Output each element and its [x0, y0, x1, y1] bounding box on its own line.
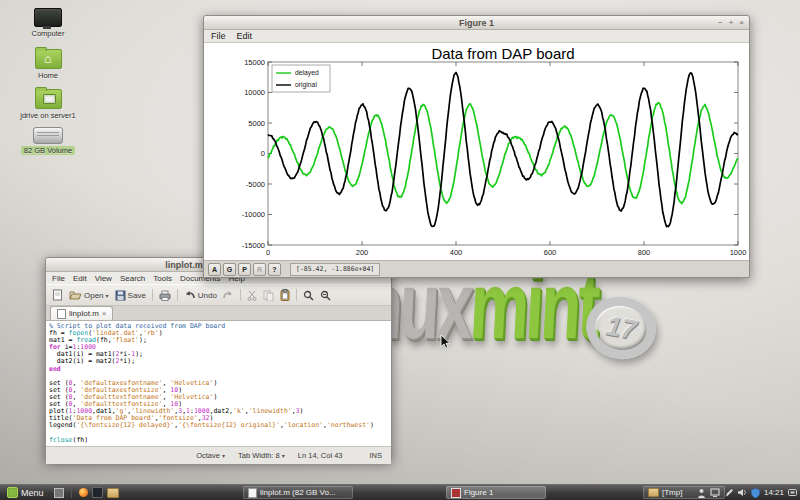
separator	[71, 488, 72, 498]
menu-view[interactable]: View	[95, 274, 112, 283]
x-tick-label: 0	[266, 248, 270, 257]
cut-button[interactable]	[247, 290, 257, 301]
desktop-icon-server[interactable]: jdrive on server1	[9, 86, 87, 120]
hard-drive-icon	[33, 127, 63, 144]
redo-button[interactable]	[223, 290, 234, 300]
y-tick-label: 0	[261, 149, 265, 158]
open-button[interactable]: Open ▾	[69, 290, 109, 301]
editor-statusbar: Octave ▾ Tab Width: 8 ▾ Ln 14, Col 43 IN…	[46, 446, 391, 464]
show-desktop-icon[interactable]	[54, 488, 64, 498]
menu-file[interactable]: File	[52, 274, 65, 283]
pan-button[interactable]: P	[238, 263, 251, 276]
user-applet-icon[interactable]	[697, 488, 706, 498]
browser-icon[interactable]	[79, 488, 88, 497]
terminal-icon[interactable]	[92, 487, 103, 498]
toolbar-separator	[240, 289, 241, 301]
notes-applet-icon[interactable]	[724, 488, 733, 498]
desktop: linuxmint 17 Computer Home jdrive on ser…	[0, 0, 800, 500]
toolbar-separator	[152, 289, 153, 301]
undo-icon	[184, 290, 196, 300]
file-manager-icon[interactable]	[107, 488, 119, 498]
save-button[interactable]: Save	[115, 290, 146, 301]
figure-titlebar[interactable]: Figure 1 − + ×	[204, 16, 749, 30]
x-tick-label: 1000	[730, 248, 747, 257]
y-tick-label: 15000	[244, 58, 265, 67]
quick-launch	[54, 487, 119, 498]
computer-icon	[34, 8, 62, 27]
figure-toolbar: A G P R ? [-85.42, -1.886e+04]	[204, 260, 749, 277]
menu-edit[interactable]: Edit	[73, 274, 87, 283]
desktop-icon-volume[interactable]: 82 GB Volume	[9, 124, 87, 155]
taskbar-window-figure[interactable]: Figure 1	[446, 486, 546, 499]
taskbar: Menu linplot.m (82 GB Vo... Figure 1 [Tm…	[0, 484, 800, 500]
x-tick-label: 400	[450, 248, 463, 257]
update-shield-icon[interactable]	[751, 488, 760, 498]
menu-tools[interactable]: Tools	[153, 274, 172, 283]
find-button[interactable]	[303, 290, 314, 301]
legend-label: delayed	[295, 69, 319, 77]
tab-width-selector[interactable]: Tab Width: 8 ▾	[238, 451, 285, 460]
y-tick-label: 5000	[248, 119, 265, 128]
clock[interactable]: 14:21	[764, 488, 784, 497]
cut-scissors-icon	[247, 290, 257, 301]
legend-label: original	[295, 81, 317, 89]
figure-window-title: Figure 1	[459, 18, 494, 28]
tab-linplot[interactable]: linplot.m ×	[50, 306, 113, 320]
autoscale-button[interactable]: A	[208, 263, 221, 276]
coordinates-readout: [-85.42, -1.886e+04]	[290, 263, 380, 276]
maximize-button[interactable]: +	[729, 18, 734, 27]
tab-label: linplot.m	[69, 309, 99, 318]
new-document-button[interactable]	[52, 289, 63, 301]
minimize-button[interactable]: −	[718, 18, 723, 27]
code-line	[49, 429, 391, 436]
code-line: end	[49, 366, 391, 373]
y-tick-label: -10000	[242, 210, 265, 219]
code-editor-area[interactable]: % Script to plot data received from DAP …	[46, 321, 391, 446]
document-icon	[57, 309, 66, 319]
plot-area[interactable]: 02004006008001000-15000-10000-5000050001…	[204, 43, 747, 260]
figure-icon	[451, 488, 461, 498]
help-button[interactable]: ?	[268, 263, 281, 276]
code-line: dat2(i) = mat2(2*i);	[49, 358, 391, 365]
menu-file[interactable]: File	[211, 31, 226, 41]
editor-window: linplot.m (82 GB Volume) File Edit View …	[45, 257, 392, 461]
close-button[interactable]: ×	[739, 18, 744, 27]
search-replace-icon	[320, 290, 331, 301]
menu-search[interactable]: Search	[120, 274, 145, 283]
mint-logo-icon	[7, 487, 18, 498]
language-selector[interactable]: Octave ▾	[196, 451, 225, 460]
display-applet-icon[interactable]	[710, 488, 720, 497]
editor-toolbar: Open ▾ Save Undo	[46, 284, 391, 306]
removable-media-icon[interactable]	[788, 488, 797, 497]
redo-icon	[223, 290, 234, 300]
x-tick-label: 800	[638, 248, 651, 257]
save-icon	[115, 290, 126, 301]
toolbar-separator	[177, 289, 178, 301]
x-tick-label: 200	[356, 248, 369, 257]
toolbar-separator	[296, 289, 297, 301]
menu-edit[interactable]: Edit	[237, 31, 253, 41]
tab-close-button[interactable]: ×	[102, 309, 107, 318]
replace-button[interactable]	[320, 290, 331, 301]
menu-button[interactable]: Menu	[3, 486, 48, 499]
grid-button[interactable]: G	[223, 263, 236, 276]
desktop-icon-home[interactable]: Home	[9, 46, 87, 80]
series-original	[268, 73, 738, 227]
figure-canvas: Data from DAP board 02004006008001000-15…	[204, 43, 749, 260]
open-dropdown-caret: ▾	[106, 292, 109, 299]
gedit-icon	[248, 488, 257, 498]
volume-icon[interactable]	[737, 488, 747, 497]
print-button[interactable]	[159, 290, 171, 301]
undo-button[interactable]: Undo	[184, 290, 217, 300]
desktop-icon-computer[interactable]: Computer	[9, 8, 87, 38]
paste-button[interactable]	[280, 289, 290, 301]
taskbar-window-editor[interactable]: linplot.m (82 GB Vo...	[243, 486, 353, 499]
search-icon	[303, 290, 314, 301]
rotate-button[interactable]: R	[253, 263, 266, 276]
wallpaper-version-number: 17	[604, 310, 639, 346]
x-tick-label: 600	[544, 248, 557, 257]
copy-button[interactable]	[263, 290, 274, 301]
code-line: fclose(fh)	[49, 437, 391, 444]
copy-icon	[263, 290, 274, 301]
plot-box	[268, 62, 738, 245]
